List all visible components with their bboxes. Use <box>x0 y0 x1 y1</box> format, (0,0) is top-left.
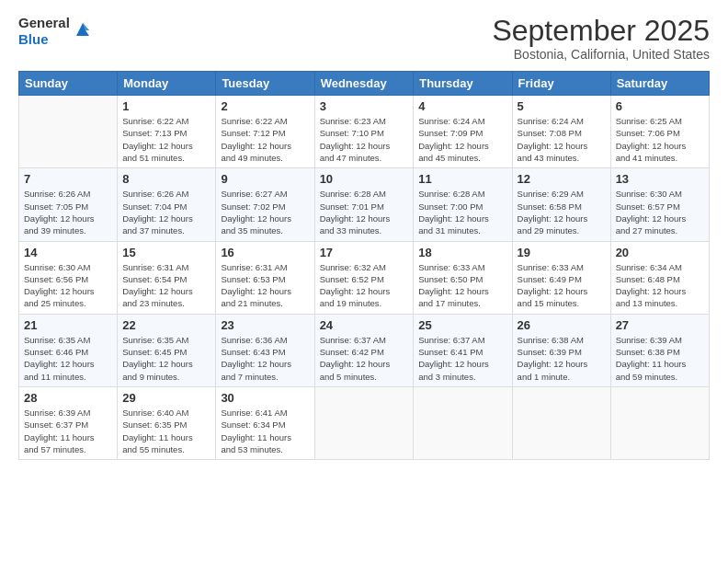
calendar-cell: 24Sunrise: 6:37 AMSunset: 6:42 PMDayligh… <box>314 314 414 386</box>
day-info: Sunrise: 6:30 AMSunset: 6:56 PMDaylight:… <box>24 261 112 310</box>
day-number: 19 <box>518 246 606 259</box>
day-number: 5 <box>518 99 606 113</box>
calendar-cell: 22Sunrise: 6:35 AMSunset: 6:45 PMDayligh… <box>118 314 216 386</box>
calendar-cell: 9Sunrise: 6:27 AMSunset: 7:02 PMDaylight… <box>216 168 314 241</box>
day-info: Sunrise: 6:26 AMSunset: 7:04 PMDaylight:… <box>122 188 210 236</box>
day-number: 29 <box>122 391 210 405</box>
header-thursday: Thursday <box>414 72 512 96</box>
day-info: Sunrise: 6:33 AMSunset: 6:49 PMDaylight:… <box>518 261 606 310</box>
calendar-cell: 14Sunrise: 6:30 AMSunset: 6:56 PMDayligh… <box>19 241 118 314</box>
calendar-cell: 13Sunrise: 6:30 AMSunset: 6:57 PMDayligh… <box>610 168 709 241</box>
day-info: Sunrise: 6:28 AMSunset: 7:00 PMDaylight:… <box>418 188 506 236</box>
calendar-cell: 10Sunrise: 6:28 AMSunset: 7:01 PMDayligh… <box>314 168 414 241</box>
day-info: Sunrise: 6:22 AMSunset: 7:12 PMDaylight:… <box>221 115 309 164</box>
day-info: Sunrise: 6:36 AMSunset: 6:43 PMDaylight:… <box>221 334 309 383</box>
day-number: 4 <box>418 99 506 113</box>
day-number: 3 <box>320 99 409 113</box>
day-info: Sunrise: 6:37 AMSunset: 6:42 PMDaylight:… <box>320 334 409 383</box>
day-number: 30 <box>221 391 309 405</box>
calendar-cell: 25Sunrise: 6:37 AMSunset: 6:41 PMDayligh… <box>414 314 512 386</box>
calendar-cell <box>19 96 118 168</box>
day-info: Sunrise: 6:24 AMSunset: 7:08 PMDaylight:… <box>518 115 606 164</box>
day-number: 12 <box>518 172 606 186</box>
page-title: September 2025 <box>492 15 710 47</box>
day-number: 10 <box>320 172 409 186</box>
day-number: 25 <box>418 318 506 332</box>
day-info: Sunrise: 6:24 AMSunset: 7:09 PMDaylight:… <box>418 115 506 164</box>
calendar-cell: 30Sunrise: 6:41 AMSunset: 6:34 PMDayligh… <box>216 386 314 459</box>
calendar-cell: 26Sunrise: 6:38 AMSunset: 6:39 PMDayligh… <box>512 314 610 386</box>
logo-blue: Blue <box>18 31 49 47</box>
logo: General Blue <box>18 15 93 48</box>
calendar-cell: 27Sunrise: 6:39 AMSunset: 6:38 PMDayligh… <box>610 314 709 386</box>
day-info: Sunrise: 6:33 AMSunset: 6:50 PMDaylight:… <box>418 261 506 310</box>
page-header: General Blue September 2025 Bostonia, Ca… <box>18 15 710 62</box>
day-number: 21 <box>24 318 112 332</box>
title-block: September 2025 Bostonia, California, Uni… <box>492 15 710 62</box>
day-info: Sunrise: 6:39 AMSunset: 6:38 PMDaylight:… <box>616 334 704 383</box>
day-number: 7 <box>24 172 112 186</box>
day-info: Sunrise: 6:22 AMSunset: 7:13 PMDaylight:… <box>122 115 210 164</box>
day-info: Sunrise: 6:32 AMSunset: 6:52 PMDaylight:… <box>320 261 409 310</box>
calendar-cell <box>314 386 414 459</box>
calendar-cell <box>610 386 709 459</box>
header-saturday: Saturday <box>610 72 709 96</box>
day-info: Sunrise: 6:29 AMSunset: 6:58 PMDaylight:… <box>518 188 606 236</box>
calendar-cell: 4Sunrise: 6:24 AMSunset: 7:09 PMDaylight… <box>414 96 512 168</box>
day-number: 20 <box>616 246 704 259</box>
day-number: 1 <box>122 99 210 113</box>
day-info: Sunrise: 6:35 AMSunset: 6:45 PMDaylight:… <box>122 334 210 383</box>
day-number: 9 <box>221 172 309 186</box>
day-number: 11 <box>418 172 506 186</box>
calendar-cell: 6Sunrise: 6:25 AMSunset: 7:06 PMDaylight… <box>610 96 709 168</box>
calendar-cell: 29Sunrise: 6:40 AMSunset: 6:35 PMDayligh… <box>118 386 216 459</box>
day-number: 18 <box>418 246 506 259</box>
day-number: 28 <box>24 391 112 405</box>
calendar-cell: 21Sunrise: 6:35 AMSunset: 6:46 PMDayligh… <box>19 314 118 386</box>
header-monday: Monday <box>118 72 216 96</box>
calendar-cell: 19Sunrise: 6:33 AMSunset: 6:49 PMDayligh… <box>512 241 610 314</box>
day-number: 13 <box>616 172 704 186</box>
calendar-cell: 7Sunrise: 6:26 AMSunset: 7:05 PMDaylight… <box>19 168 118 241</box>
day-info: Sunrise: 6:39 AMSunset: 6:37 PMDaylight:… <box>24 407 112 455</box>
calendar-cell: 16Sunrise: 6:31 AMSunset: 6:53 PMDayligh… <box>216 241 314 314</box>
calendar-cell <box>512 386 610 459</box>
day-number: 15 <box>122 246 210 259</box>
day-number: 22 <box>122 318 210 332</box>
calendar-cell: 8Sunrise: 6:26 AMSunset: 7:04 PMDaylight… <box>118 168 216 241</box>
header-wednesday: Wednesday <box>314 72 414 96</box>
calendar-cell: 17Sunrise: 6:32 AMSunset: 6:52 PMDayligh… <box>314 241 414 314</box>
calendar-cell: 28Sunrise: 6:39 AMSunset: 6:37 PMDayligh… <box>19 386 118 459</box>
calendar-cell: 2Sunrise: 6:22 AMSunset: 7:12 PMDaylight… <box>216 96 314 168</box>
day-number: 6 <box>616 99 704 113</box>
day-info: Sunrise: 6:37 AMSunset: 6:41 PMDaylight:… <box>418 334 506 383</box>
day-info: Sunrise: 6:25 AMSunset: 7:06 PMDaylight:… <box>616 115 704 164</box>
day-info: Sunrise: 6:38 AMSunset: 6:39 PMDaylight:… <box>518 334 606 383</box>
day-number: 27 <box>616 318 704 332</box>
header-friday: Friday <box>512 72 610 96</box>
day-info: Sunrise: 6:41 AMSunset: 6:34 PMDaylight:… <box>221 407 309 455</box>
calendar-cell: 20Sunrise: 6:34 AMSunset: 6:48 PMDayligh… <box>610 241 709 314</box>
day-info: Sunrise: 6:30 AMSunset: 6:57 PMDaylight:… <box>616 188 704 236</box>
calendar-table: SundayMondayTuesdayWednesdayThursdayFrid… <box>18 71 710 460</box>
day-number: 17 <box>320 246 409 259</box>
day-info: Sunrise: 6:31 AMSunset: 6:54 PMDaylight:… <box>122 261 210 310</box>
day-number: 26 <box>518 318 606 332</box>
logo-icon <box>73 19 93 40</box>
day-info: Sunrise: 6:34 AMSunset: 6:48 PMDaylight:… <box>616 261 704 310</box>
calendar-cell: 18Sunrise: 6:33 AMSunset: 6:50 PMDayligh… <box>414 241 512 314</box>
calendar-cell: 3Sunrise: 6:23 AMSunset: 7:10 PMDaylight… <box>314 96 414 168</box>
day-info: Sunrise: 6:31 AMSunset: 6:53 PMDaylight:… <box>221 261 309 310</box>
day-number: 8 <box>122 172 210 186</box>
day-info: Sunrise: 6:35 AMSunset: 6:46 PMDaylight:… <box>24 334 112 383</box>
day-number: 14 <box>24 246 112 259</box>
day-info: Sunrise: 6:23 AMSunset: 7:10 PMDaylight:… <box>320 115 409 164</box>
day-number: 23 <box>221 318 309 332</box>
day-info: Sunrise: 6:26 AMSunset: 7:05 PMDaylight:… <box>24 188 112 236</box>
day-number: 24 <box>320 318 409 332</box>
calendar-cell: 1Sunrise: 6:22 AMSunset: 7:13 PMDaylight… <box>118 96 216 168</box>
calendar-header-row: SundayMondayTuesdayWednesdayThursdayFrid… <box>19 72 710 96</box>
calendar-cell <box>414 386 512 459</box>
calendar-cell: 23Sunrise: 6:36 AMSunset: 6:43 PMDayligh… <box>216 314 314 386</box>
day-info: Sunrise: 6:27 AMSunset: 7:02 PMDaylight:… <box>221 188 309 236</box>
